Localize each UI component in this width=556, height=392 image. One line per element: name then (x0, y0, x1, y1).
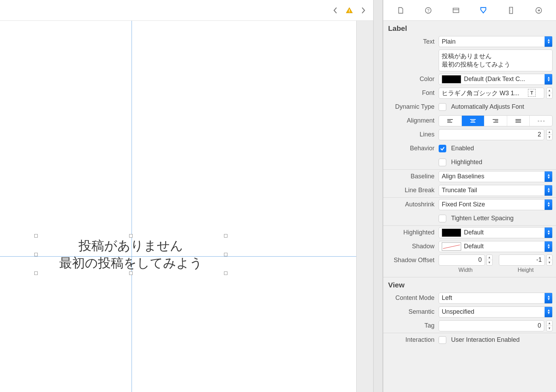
font-label: Font (383, 89, 439, 97)
connections-inspector-tab[interactable] (533, 5, 544, 16)
tighten-label: Tighten Letter Spacing (451, 215, 513, 222)
handle-ml[interactable] (34, 253, 38, 256)
contentmode-row: Content Mode Left▲▼ (383, 291, 556, 305)
linebreak-value: Truncate Tail (442, 187, 477, 194)
linebreak-select[interactable]: Truncate Tail▲▼ (439, 185, 553, 196)
handle-tc[interactable] (129, 234, 133, 238)
text-value-input[interactable]: 投稿がありません 最初の投稿をしてみよう (439, 50, 553, 71)
color-value: Default (Dark Text C... (464, 75, 525, 83)
baseline-select[interactable]: Align Baselines▲▼ (439, 171, 553, 182)
shadow-swatch (442, 242, 461, 251)
outline-gutter[interactable] (373, 0, 383, 392)
highlighted-checkbox[interactable] (439, 159, 446, 166)
canvas-area[interactable]: 投稿がありません 最初の投稿をしてみよう (0, 21, 373, 392)
selection-handles[interactable] (36, 236, 226, 273)
font-size-stepper[interactable]: ▲▼ (546, 88, 553, 99)
svg-rect-0 (349, 9, 350, 11)
autoshrink-value: Fixed Font Size (442, 201, 485, 208)
text-type-select[interactable]: Plain ▲▼ (439, 36, 553, 47)
align-center-button[interactable] (462, 116, 485, 126)
text-value-row: 投稿がありません 最初の投稿をしてみよう (383, 48, 556, 72)
tighten-checkbox[interactable] (439, 215, 446, 222)
alignment-label: Alignment (383, 117, 439, 124)
align-left-button[interactable] (439, 116, 462, 126)
tighten-row: Tighten Letter Spacing (383, 212, 556, 225)
semantic-select[interactable]: Unspecified▲▼ (439, 306, 553, 318)
section-label-header: Label (383, 21, 556, 35)
autoshrink-select[interactable]: Fixed Font Size▲▼ (439, 199, 553, 210)
device-canvas[interactable]: 投稿がありません 最初の投稿をしてみよう (0, 21, 357, 392)
dyntype-label: Dynamic Type (383, 103, 439, 110)
lines-label: Lines (383, 131, 439, 138)
inspector-body: Label Text Plain ▲▼ 投稿がありません 最初の投稿をしてみよう… (383, 21, 556, 392)
handle-br[interactable] (224, 271, 227, 275)
lines-row: Lines 2 ▲▼ (383, 128, 556, 142)
nav-back-button[interactable] (332, 7, 339, 14)
shadow-height-stepper[interactable]: ▲▼ (546, 255, 553, 266)
handle-bl[interactable] (34, 271, 38, 275)
shadow-height-sublabel: Height (518, 267, 533, 273)
align-justify-button[interactable] (507, 116, 530, 126)
highlighted-swatch (442, 229, 461, 237)
enabled-label: Enabled (451, 145, 474, 152)
canvas-toolbar (0, 0, 373, 21)
handle-tl[interactable] (34, 234, 38, 238)
autoshrink-row: Autoshrink Fixed Font Size▲▼ (383, 198, 556, 212)
warning-icon[interactable] (346, 7, 353, 14)
size-inspector-tab[interactable] (505, 5, 517, 16)
baseline-row: Baseline Align Baselines▲▼ (383, 170, 556, 184)
canvas-column: 投稿がありません 最初の投稿をしてみよう (0, 0, 373, 392)
alignment-segmented: - - - (439, 115, 553, 126)
help-inspector-tab[interactable]: ? (423, 5, 434, 16)
lines-stepper[interactable]: ▲▼ (546, 129, 553, 140)
contentmode-select[interactable]: Left▲▼ (439, 293, 553, 304)
highlighted-color-select[interactable]: Default▲▼ (439, 227, 553, 238)
shadow-width-sublabel: Width (458, 267, 473, 273)
inspector-tabs: ? (383, 0, 556, 21)
shadow-width-stepper[interactable]: ▲▼ (486, 255, 493, 266)
section-view-header: View (383, 277, 556, 291)
dyntype-row: Dynamic Type Automatically Adjusts Font (383, 100, 556, 114)
selected-label[interactable]: 投稿がありません 最初の投稿をしてみよう (37, 237, 224, 272)
highlighted-check-row: Highlighted (383, 155, 556, 169)
font-value: ヒラギノ角ゴシック W3 1... (442, 89, 519, 97)
userinteraction-checkbox[interactable] (439, 336, 446, 344)
alignment-row: Alignment - - - (383, 114, 556, 128)
dyntype-checkbox[interactable] (439, 103, 446, 111)
identity-inspector-tab[interactable] (450, 5, 461, 16)
color-select[interactable]: Default (Dark Text C... ▲▼ (439, 74, 553, 85)
shadow-value: Default (464, 243, 484, 250)
shadow-row: Shadow Default▲▼ (383, 240, 556, 253)
shadow-offset-row: Shadow Offset 0 ▲▼ Width -1 (383, 253, 556, 274)
shadow-width-value: 0 (478, 256, 482, 264)
attributes-inspector-tab[interactable] (478, 5, 489, 16)
baseline-value: Align Baselines (442, 173, 484, 180)
font-select[interactable]: ヒラギノ角ゴシック W3 1... T (439, 88, 544, 99)
shadow-width-input[interactable]: 0 (439, 255, 485, 266)
tag-label: Tag (383, 322, 439, 329)
handle-bc[interactable] (129, 271, 133, 275)
handle-tr[interactable] (224, 234, 227, 238)
shadow-height-input[interactable]: -1 (499, 255, 545, 266)
svg-text:?: ? (427, 8, 429, 13)
file-inspector-tab[interactable] (395, 5, 406, 16)
align-natural-button[interactable]: - - - (530, 116, 552, 126)
svg-rect-1 (349, 11, 350, 12)
color-swatch (442, 75, 461, 83)
align-right-button[interactable] (484, 116, 507, 126)
nav-forward-button[interactable] (359, 7, 367, 14)
enabled-checkbox[interactable] (439, 145, 446, 152)
interaction-row: Interaction User Interaction Enabled (383, 333, 556, 347)
lines-input[interactable]: 2 (439, 129, 544, 140)
userinteraction-label: User Interaction Enabled (451, 336, 520, 344)
font-row: Font ヒラギノ角ゴシック W3 1... T ▲▼ (383, 86, 556, 100)
tag-input[interactable]: 0 (439, 320, 544, 331)
linebreak-row: Line Break Truncate Tail▲▼ (383, 184, 556, 197)
inspector-panel: ? Label Text Plain ▲▼ 投稿がありません 最 (383, 0, 556, 392)
tag-stepper[interactable]: ▲▼ (546, 320, 553, 331)
shadow-select[interactable]: Default▲▼ (439, 241, 553, 252)
font-picker-icon[interactable]: T (528, 89, 536, 97)
tag-value: 0 (538, 322, 541, 329)
linebreak-label: Line Break (383, 187, 439, 194)
handle-mr[interactable] (224, 253, 227, 256)
